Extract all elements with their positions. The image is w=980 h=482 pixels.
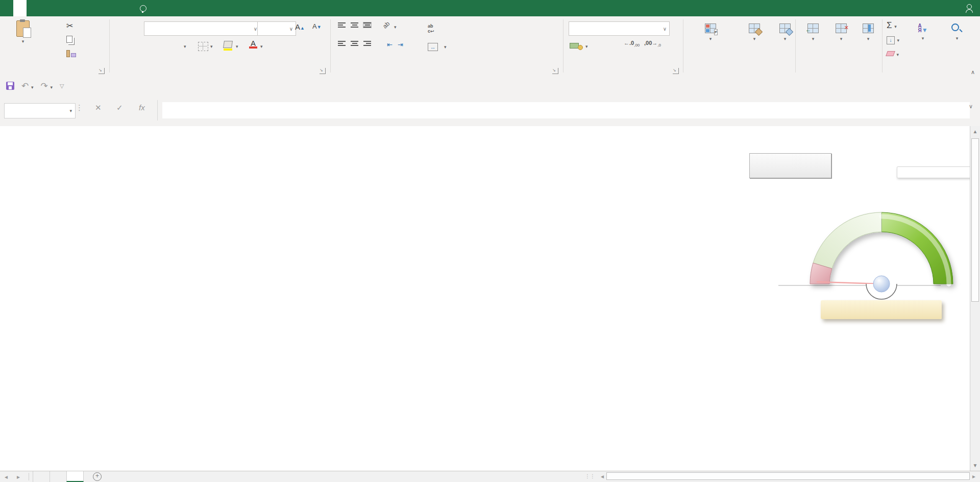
tab-file[interactable] [0,0,13,16]
cancel-entry-button[interactable]: ✕ [95,103,102,112]
cut-button[interactable]: ✂ [66,21,73,31]
increase-decimal-button[interactable]: ←.0,00 [624,40,640,47]
align-middle-button[interactable] [351,22,358,28]
merge-center-button[interactable]: ↔ ▾ [428,43,447,51]
undo-button[interactable]: ↶ ▾ [21,81,34,91]
confirm-entry-button[interactable]: ✓ [116,103,123,112]
name-box-dropdown[interactable]: ▾ [69,108,72,113]
font-color-button[interactable]: А [249,39,257,49]
vertical-scroll-thumb[interactable] [971,138,979,302]
tab-help[interactable] [119,0,133,16]
increase-indent-button[interactable]: ⇥ [398,41,403,49]
ribbon: ▾ ✂ ↘ ∨ ∨ А▲ А▼ ▾ ▾ [0,16,980,77]
format-cells-button[interactable]: ▾ [855,23,881,43]
tabbar-splitter[interactable]: ⋮⋮ [585,473,595,479]
autosum-button[interactable]: Σ ▾ [887,20,897,31]
insert-function-button[interactable]: fx [139,103,145,112]
formula-bar: ▾ ⋮ ✕ ✓ fx ∨ [0,95,980,127]
autosum-dropdown[interactable]: ▾ [894,24,897,29]
horizontal-scroll-thumb[interactable] [606,472,970,480]
align-left-button[interactable] [338,41,346,46]
vertical-scrollbar[interactable]: ▲ ▼ [970,126,980,471]
tab-insert[interactable] [27,0,40,16]
orientation-button[interactable]: ab [381,20,391,30]
accounting-dropdown[interactable]: ▾ [585,44,588,49]
clear-dropdown[interactable]: ▾ [896,52,899,57]
save-button[interactable] [6,82,14,90]
decrease-font-button[interactable]: А▼ [312,22,322,30]
tab-formulas[interactable] [53,0,66,16]
formula-input[interactable] [162,102,970,118]
tell-me-box[interactable] [140,0,151,16]
qat-customize-dropdown[interactable]: ▽ [60,83,64,89]
borders-button[interactable] [198,42,208,51]
accounting-format-button[interactable]: ▾ [570,41,587,50]
tab-home[interactable] [13,0,27,16]
increase-font-button[interactable]: А▲ [295,22,305,31]
delete-cells-button[interactable]: ✕ ▾ [828,23,854,43]
clipboard-dialog-launcher[interactable]: ↘ [99,68,105,74]
format-painter-button[interactable] [66,50,76,59]
decrease-decimal-button[interactable]: ,00→,0 [644,40,661,47]
find-select-button[interactable]: ▾ [942,23,972,42]
wrap-text-button[interactable]: abc↩ [428,23,437,34]
lightbulb-icon [140,5,146,12]
fill-color-button[interactable] [224,41,232,51]
sheet-nav-left[interactable]: ◂ [0,471,12,482]
sheet-tab-forma2[interactable] [50,471,67,482]
tab-developer[interactable] [106,0,119,16]
tab-view[interactable] [93,0,106,16]
fill-color-dropdown[interactable]: ▾ [236,44,238,49]
tab-data[interactable] [66,0,80,16]
new-sheet-button[interactable]: + [93,472,102,481]
number-dialog-launcher[interactable]: ↘ [673,68,679,74]
fill-button[interactable]: ↓ ▾ [887,35,899,44]
align-center-button[interactable] [351,41,358,46]
paste-dropdown[interactable]: ▾ [7,39,39,44]
scroll-down-arrow[interactable]: ▼ [970,463,980,468]
font-dialog-launcher[interactable]: ↘ [320,68,326,74]
align-right-button[interactable] [363,41,371,46]
tab-page-layout[interactable] [40,0,53,16]
copy-button[interactable] [66,36,72,45]
align-top-button[interactable] [338,22,346,28]
share-button[interactable] [967,0,975,16]
hscroll-right-arrow[interactable]: ▸ [970,473,978,480]
gauge-chart[interactable] [745,168,970,302]
underline-dropdown[interactable]: ▾ [184,44,186,49]
decrease-indent-button[interactable]: ⇤ [387,41,393,49]
gauge-value-box[interactable] [821,300,942,319]
merge-center-dropdown[interactable]: ▾ [444,44,447,50]
expand-formula-bar-button[interactable]: ∨ [969,103,973,110]
hscroll-left-arrow[interactable]: ◂ [598,473,606,480]
paste-button[interactable]: ▾ [7,20,39,44]
orientation-dropdown[interactable]: ▾ [394,25,397,30]
gauge-pivot[interactable] [873,276,890,292]
conditional-formatting-button[interactable]: ≠ ▾ [688,23,733,43]
sheet-tab-forma1[interactable] [33,471,50,482]
cell-styles-button[interactable]: ▾ [775,23,795,43]
horizontal-scrollbar[interactable]: ⋮⋮ ◂ ▸ [585,472,978,480]
sort-filter-button[interactable]: АЯ▼ ▾ [904,23,941,42]
clear-button[interactable]: ▾ [887,49,899,58]
sheet-nav-right[interactable]: ▸ [12,471,24,482]
font-size-combo[interactable]: ∨ [257,21,296,36]
fill-dropdown[interactable]: ▾ [897,38,899,43]
money-icon [570,43,579,49]
merge-center-icon: ↔ [428,43,438,51]
collapse-ribbon-button[interactable]: ∧ [971,69,975,76]
name-box[interactable]: ▾ [4,103,76,118]
tab-review[interactable] [80,0,93,16]
scroll-up-arrow[interactable]: ▲ [970,129,980,134]
alignment-dialog-launcher[interactable]: ↘ [552,68,558,74]
font-name-combo[interactable]: ∨ [144,21,260,36]
number-format-combo[interactable]: ∨ [569,21,670,36]
redo-button[interactable]: ↷ ▾ [41,81,53,91]
sheet-tab-otchet[interactable] [66,471,84,482]
font-color-dropdown[interactable]: ▾ [260,44,263,49]
format-as-table-button[interactable]: ▾ [734,23,775,43]
align-bottom-button[interactable] [363,22,371,28]
eraser-icon [886,51,895,56]
insert-cells-button[interactable]: ← ▾ [799,23,827,43]
borders-dropdown[interactable]: ▾ [210,44,213,49]
